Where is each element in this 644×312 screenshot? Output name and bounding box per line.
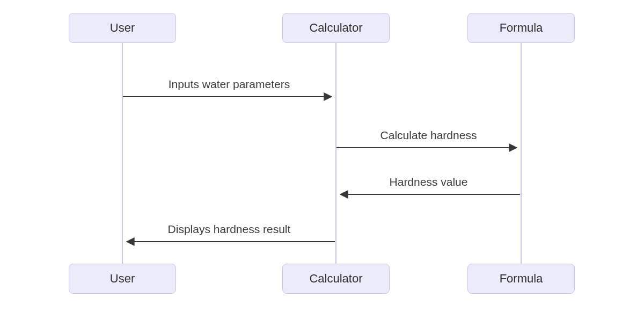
message-label-2: Calculate hardness (336, 129, 521, 142)
participant-label: Formula (500, 272, 543, 286)
participant-label: Formula (500, 21, 543, 35)
participant-formula-top: Formula (467, 13, 575, 43)
participant-label: User (110, 21, 135, 35)
message-label-1: Inputs water parameters (122, 78, 336, 91)
participant-label: User (110, 272, 135, 286)
message-label-3: Hardness value (336, 176, 521, 188)
lifeline-formula (521, 43, 522, 264)
participant-calculator-bottom: Calculator (282, 264, 390, 294)
message-label-4: Displays hardness result (122, 223, 336, 236)
participant-formula-bottom: Formula (467, 264, 575, 294)
participant-calculator-top: Calculator (282, 13, 390, 43)
participant-label: Calculator (309, 21, 362, 35)
participant-label: Calculator (309, 272, 362, 286)
participant-user-bottom: User (69, 264, 176, 294)
participant-user-top: User (69, 13, 176, 43)
sequence-diagram: User Calculator Formula User Calculator … (0, 0, 644, 312)
